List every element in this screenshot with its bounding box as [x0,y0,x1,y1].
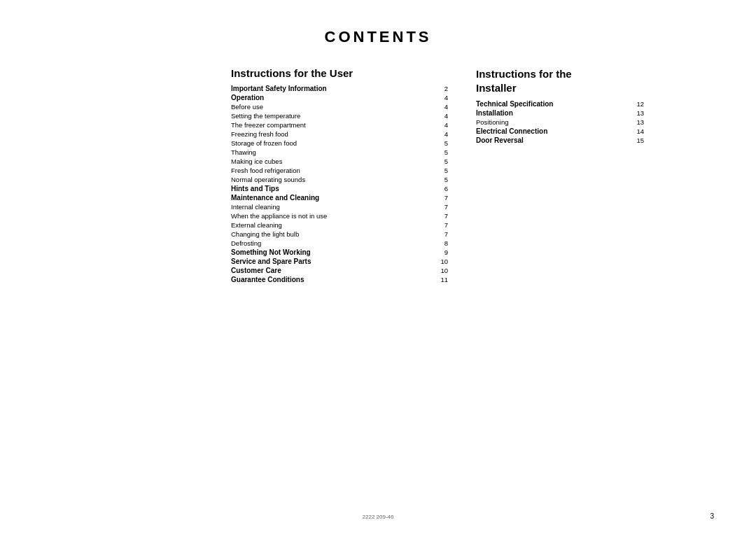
toc-item-page: 5 [434,148,448,156]
toc-columns: Instructions for the User Important Safe… [231,67,714,285]
toc-item-label: Technical Specification [476,100,630,108]
toc-item-page: 7 [434,230,448,238]
toc-item-label: Electrical Connection [476,127,630,135]
toc-item-label: Customer Care [231,267,434,274]
toc-item-page: 14 [630,127,644,135]
toc-item-page: 8 [434,239,448,247]
toc-item-page: 5 [434,139,448,147]
toc-item: Customer Care10 [231,267,448,274]
toc-item-label: Normal operating sounds [231,176,434,183]
toc-item: When the appliance is not in use7 [231,212,448,220]
toc-item: Technical Specification12 [476,100,644,108]
user-instructions-header: Instructions for the User [231,67,448,79]
toc-item-page: 6 [434,185,448,192]
toc-item-page: 15 [630,136,644,144]
toc-item-page: 10 [434,258,448,265]
page: CONTENTS Instructions for the User Impor… [0,0,756,534]
toc-item-page: 13 [630,109,644,117]
toc-item-label: Setting the temperature [231,112,434,120]
toc-item: Fresh food refrigeration5 [231,167,448,174]
user-toc: Important Safety Information2Operation4B… [231,85,448,283]
toc-item-page: 12 [630,100,644,108]
toc-item-page: 4 [434,103,448,111]
toc-item-page: 13 [630,118,644,126]
toc-item-page: 5 [434,176,448,183]
toc-item: Setting the temperature4 [231,112,448,120]
toc-item-page: 4 [434,94,448,101]
toc-item: Hints and Tips6 [231,185,448,192]
toc-item: Operation4 [231,94,448,101]
toc-item: Important Safety Information2 [231,85,448,92]
toc-item-label: Thawing [231,148,434,156]
toc-item-label: Freezing fresh food [231,130,434,138]
toc-item-label: Hints and Tips [231,185,434,192]
user-instructions-column: Instructions for the User Important Safe… [231,67,448,285]
toc-item: Changing the light bulb7 [231,230,448,238]
toc-item: Maintenance and Cleaning7 [231,194,448,202]
toc-item: Thawing5 [231,148,448,156]
toc-item-page: 9 [434,248,448,256]
toc-item-label: Defrosting [231,239,434,247]
toc-item-page: 7 [434,194,448,202]
toc-item-label: Guarantee Conditions [231,276,434,283]
toc-item: Storage of frozen food5 [231,139,448,147]
toc-item-label: Something Not Working [231,248,434,256]
toc-item-label: Changing the light bulb [231,230,434,238]
toc-item-label: Fresh food refrigeration [231,167,434,174]
toc-item-page: 4 [434,121,448,129]
toc-item-label: Installation [476,109,630,117]
toc-item-label: When the appliance is not in use [231,212,434,220]
toc-item: Electrical Connection14 [476,127,644,135]
toc-item: Positioning13 [476,118,644,126]
toc-item-page: 7 [434,221,448,229]
toc-item-page: 5 [434,167,448,174]
toc-item-page: 2 [434,85,448,92]
toc-item: Something Not Working9 [231,248,448,256]
toc-item-page: 7 [434,203,448,211]
document-code: 2222 209-46 [363,514,394,520]
toc-item: Normal operating sounds5 [231,176,448,183]
toc-item-label: Positioning [476,118,630,126]
toc-item-label: Internal cleaning [231,203,434,211]
toc-item-page: 11 [434,276,448,283]
toc-item: External cleaning7 [231,221,448,229]
toc-item-page: 10 [434,267,448,274]
toc-item-label: Important Safety Information [231,85,434,92]
toc-item: Freezing fresh food4 [231,130,448,138]
toc-item: Service and Spare Parts10 [231,258,448,265]
toc-item-label: Making ice cubes [231,157,434,165]
page-number: 3 [710,512,714,520]
toc-item-label: Door Reversal [476,136,630,144]
toc-item-label: Service and Spare Parts [231,258,434,265]
toc-item-label: Storage of frozen food [231,139,434,147]
installer-toc: Technical Specification12Installation13P… [476,100,644,144]
toc-item: Making ice cubes5 [231,157,448,165]
page-title: CONTENTS [42,28,714,46]
toc-item-page: 5 [434,157,448,165]
toc-item-label: External cleaning [231,221,434,229]
toc-item-page: 4 [434,112,448,120]
toc-item-label: Before use [231,103,434,111]
toc-item-label: The freezer compartment [231,121,434,129]
toc-item: Guarantee Conditions11 [231,276,448,283]
toc-item-label: Maintenance and Cleaning [231,194,434,202]
toc-item: Internal cleaning7 [231,203,448,211]
toc-item: Defrosting8 [231,239,448,247]
toc-item-page: 7 [434,212,448,220]
installer-instructions-column: Instructions for theInstaller Technical … [476,67,644,285]
installer-instructions-header: Instructions for theInstaller [476,67,644,94]
toc-item: Installation13 [476,109,644,117]
toc-item: Before use4 [231,103,448,111]
toc-item-label: Operation [231,94,434,101]
toc-item: Door Reversal15 [476,136,644,144]
toc-item: The freezer compartment4 [231,121,448,129]
toc-item-page: 4 [434,130,448,138]
